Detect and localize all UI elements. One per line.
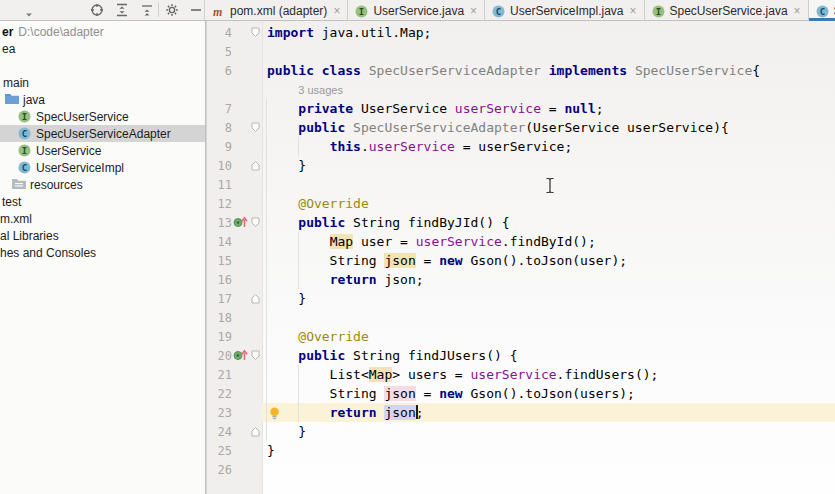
tree-item-userserviceimpl[interactable]: CUserServiceImpl xyxy=(0,159,205,176)
code-segment: .findUsers(); xyxy=(557,367,659,382)
gutter: 8 xyxy=(207,118,262,137)
line-number: 13 xyxy=(207,216,232,230)
tree-item-java[interactable]: java xyxy=(0,91,205,108)
tree-item-specuserserviceadapter[interactable]: CSpecUserServiceAdapter xyxy=(0,125,205,142)
code-line-13[interactable]: 13 public String findByJId() { xyxy=(207,213,835,232)
code-text xyxy=(262,460,835,479)
code-text: @Override xyxy=(262,194,835,213)
code-line-10[interactable]: 10 } xyxy=(207,156,835,175)
code-line-18[interactable]: 18 xyxy=(207,308,835,327)
code-segment xyxy=(267,101,298,116)
gutter: 20 xyxy=(207,346,262,365)
close-icon[interactable]: × xyxy=(794,5,801,17)
tab-label: SpecUserService.java xyxy=(670,4,788,18)
settings-gear-icon[interactable] xyxy=(165,3,179,17)
close-icon[interactable]: × xyxy=(470,5,477,17)
gutter-icon-slot xyxy=(233,121,250,134)
fold-marker-icon[interactable] xyxy=(250,293,261,304)
fold-marker-icon[interactable] xyxy=(250,350,261,361)
fold-marker-icon[interactable] xyxy=(250,122,261,133)
collapse-all-icon[interactable] xyxy=(140,3,154,17)
tab-userservice-java[interactable]: IUserService.java× xyxy=(348,0,485,21)
code-line-4[interactable]: 4import java.util.Map; xyxy=(207,23,835,42)
fold-marker-icon[interactable] xyxy=(250,426,261,437)
tab-specuserserviceadapter-java[interactable]: CSpecUserServiceAdapter.java× xyxy=(809,0,835,21)
code-text: } xyxy=(262,422,835,441)
close-icon[interactable]: × xyxy=(629,5,636,17)
dropdown-arrow-icon[interactable] xyxy=(24,6,38,20)
svg-text:m: m xyxy=(213,5,222,18)
tree-item-al-libraries[interactable]: al Libraries xyxy=(0,227,205,244)
code-line-24[interactable]: 24 } xyxy=(207,422,835,441)
tab-pom-xml-adapter[interactable]: mpom.xml (adapter)× xyxy=(205,0,348,21)
code-segment: public class xyxy=(267,63,361,78)
tree-item-specuserservice[interactable]: ISpecUserService xyxy=(0,108,205,125)
code-segment: user = xyxy=(353,234,416,249)
tree-item-main[interactable]: main xyxy=(0,74,205,91)
svg-text:I: I xyxy=(22,112,27,122)
code-segment xyxy=(627,63,635,78)
code-segment: import xyxy=(267,25,314,40)
line-number: 14 xyxy=(207,235,232,249)
close-icon[interactable]: × xyxy=(333,5,340,17)
line-number: 8 xyxy=(207,121,232,135)
tree-item-hes-and-consoles[interactable]: hes and Consoles xyxy=(0,244,205,261)
code-line-14[interactable]: 14 Map user = userService.findById(); xyxy=(207,232,835,251)
expand-all-icon[interactable] xyxy=(115,3,129,17)
hide-panel-icon[interactable] xyxy=(189,3,203,17)
fold-marker-icon[interactable] xyxy=(250,27,261,38)
code-line-20[interactable]: 20 public String findJUsers() { xyxy=(207,346,835,365)
code-line-19[interactable]: 19 @Override xyxy=(207,327,835,346)
code-line-22[interactable]: 22 String json = new Gson().toJson(users… xyxy=(207,384,835,403)
gutter: 25 xyxy=(207,441,262,460)
fold-marker-icon[interactable] xyxy=(250,217,261,228)
code-line-5[interactable]: 5 xyxy=(207,42,835,61)
code-line-15[interactable]: 15 String json = new Gson().toJson(user)… xyxy=(207,251,835,270)
code-line-21[interactable]: 21 List<Map> users = userService.findUse… xyxy=(207,365,835,384)
code-line-12[interactable]: 12 @Override xyxy=(207,194,835,213)
code-segment: (UserService userService){ xyxy=(525,120,729,135)
code-line-9[interactable]: 9 this.userService = userService; xyxy=(207,137,835,156)
code-line-16[interactable]: 16 return json; xyxy=(207,270,835,289)
tree-item-er[interactable]: erD:\code\adapter xyxy=(0,23,205,40)
tab-userserviceimpl-java[interactable]: CUserServiceImpl.java× xyxy=(485,0,644,21)
code-segment: SpecUserServiceAdapter xyxy=(369,63,541,78)
code-text: return json; xyxy=(262,270,835,289)
intention-bulb-icon[interactable] xyxy=(269,406,280,419)
code-segment: return xyxy=(330,272,377,287)
code-text: import java.util.Map; xyxy=(262,23,835,42)
override-method-icon[interactable] xyxy=(233,216,250,229)
code-text: } xyxy=(262,441,835,460)
code-text: @Override xyxy=(262,327,835,346)
code-segment: } xyxy=(267,424,306,439)
tree-item-test[interactable]: test xyxy=(0,193,205,210)
code-line-25[interactable]: 25} xyxy=(207,441,835,460)
code-line-11[interactable]: 11 xyxy=(207,175,835,194)
gutter: 4 xyxy=(207,23,262,42)
interface-file-icon: I xyxy=(355,5,368,18)
code-line-23[interactable]: 23 return json; xyxy=(207,403,835,422)
locate-icon[interactable] xyxy=(90,3,104,17)
gutter: 24 xyxy=(207,422,262,441)
code-line-6[interactable]: 6public class SpecUserServiceAdapter imp… xyxy=(207,61,835,80)
code-line-8[interactable]: 8 public SpecUserServiceAdapter(UserServ… xyxy=(207,118,835,137)
code-line-17[interactable]: 17 } xyxy=(207,289,835,308)
code-line-7[interactable]: 7 private UserService userService = null… xyxy=(207,99,835,118)
tree-item-ea[interactable]: ea xyxy=(0,40,205,57)
gutter-icon-slot xyxy=(233,311,250,324)
tree-item-m-xml[interactable]: m.xml xyxy=(0,210,205,227)
override-method-icon[interactable] xyxy=(233,349,250,362)
code-text: this.userService = userService; xyxy=(262,137,835,156)
tab-specuserservice-java[interactable]: ISpecUserService.java× xyxy=(645,0,809,21)
line-number: 21 xyxy=(207,368,232,382)
tree-item-userservice[interactable]: IUserService xyxy=(0,142,205,159)
fold-marker-icon[interactable] xyxy=(250,160,261,171)
code-segment: = xyxy=(416,253,439,268)
code-segment: { xyxy=(752,63,760,78)
toolbar-separator xyxy=(158,3,159,17)
code-line-26[interactable]: 26 xyxy=(207,460,835,479)
code-segment: @Override xyxy=(298,329,368,344)
tree-item-resources[interactable]: resources xyxy=(0,176,205,193)
code-line-usages-hint[interactable]: 3 usages xyxy=(207,80,835,99)
code-editor[interactable]: 4import java.util.Map;56public class Spe… xyxy=(207,21,835,494)
